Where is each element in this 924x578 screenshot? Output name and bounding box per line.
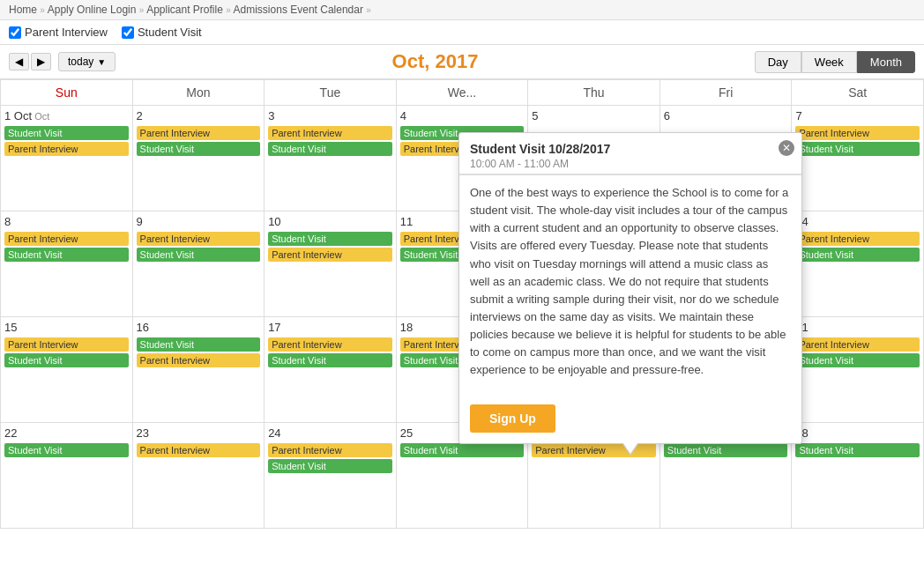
calendar-event-student-visit[interactable]: Student Visit <box>795 353 920 367</box>
filter-parent-interview-checkbox[interactable] <box>9 26 21 39</box>
calendar-cell: 24Parent InterviewStudent Visit <box>265 423 397 529</box>
calendar-event-parent-interview[interactable]: Parent Interview <box>4 232 129 246</box>
calendar-event-student-visit[interactable]: Student Visit <box>4 443 129 457</box>
filter-student-visit-checkbox[interactable] <box>122 26 134 39</box>
calendar-event-parent-interview[interactable]: Parent Interview <box>268 126 392 140</box>
calendar-event-parent-interview[interactable]: Parent Interview <box>137 232 261 246</box>
calendar-event-student-visit[interactable]: Student Visit <box>137 337 261 352</box>
view-buttons: Day Week Month <box>755 51 915 73</box>
day-number: 28 <box>795 426 920 440</box>
col-header-tue: Tue <box>265 80 397 106</box>
col-header-wed: We... <box>396 80 528 106</box>
next-button[interactable]: ▶ <box>31 53 51 70</box>
calendar-event-student-visit[interactable]: Student Visit <box>268 353 392 367</box>
filter-parent-interview-label: Parent Interview <box>25 26 108 39</box>
calendar-event-student-visit[interactable]: Student Visit <box>268 459 392 473</box>
calendar-cell: 23Parent Interview <box>132 423 265 529</box>
popup-close-button[interactable]: ✕ <box>779 140 794 156</box>
calendar-cell: 8Parent InterviewStudent Visit <box>1 211 133 317</box>
calendar-event-parent-interview[interactable]: Parent Interview <box>795 126 920 140</box>
col-header-fri: Fri <box>659 80 792 106</box>
day-number: 1 Oct <box>4 109 129 122</box>
calendar-event-parent-interview[interactable]: Parent Interview <box>4 337 129 352</box>
calendar-event-student-visit[interactable]: Student Visit <box>795 248 920 262</box>
day-number: 21 <box>795 321 920 334</box>
calendar-event-parent-interview[interactable]: Parent Interview <box>137 353 261 367</box>
signup-button[interactable]: Sign Up <box>470 404 555 433</box>
nav-buttons: ◀ ▶ <box>9 53 51 70</box>
calendar-header: ◀ ▶ today ▼ Oct, 2017 Day Week Month <box>0 45 924 79</box>
calendar-event-parent-interview[interactable]: Parent Interview <box>795 232 920 246</box>
calendar-event-parent-interview[interactable]: Parent Interview <box>137 443 261 457</box>
filter-student-visit: Student Visit <box>122 26 202 39</box>
breadcrumb-home[interactable]: Home <box>9 4 37 16</box>
popup-footer: Sign Up <box>459 397 801 443</box>
calendar-event-student-visit[interactable]: Student Visit <box>137 142 261 156</box>
calendar-event-student-visit[interactable]: Student Visit <box>268 232 392 246</box>
day-number: 16 <box>137 321 261 334</box>
popup-time: 10:00 AM - 11:00 AM <box>470 158 775 170</box>
col-header-thu: Thu <box>528 80 660 106</box>
day-number: 7 <box>795 109 920 122</box>
day-number: 24 <box>268 426 392 440</box>
day-number: 14 <box>795 215 920 228</box>
calendar-event-student-visit[interactable]: Student Visit <box>4 126 129 140</box>
day-view-button[interactable]: Day <box>755 51 801 73</box>
calendar-cell: 1 OctStudent VisitParent Interview <box>1 106 133 211</box>
day-number: 4 <box>400 109 525 122</box>
popup-title: Student Visit 10/28/2017 <box>470 142 775 156</box>
col-header-sat: Sat <box>792 80 924 106</box>
week-view-button[interactable]: Week <box>801 51 857 73</box>
calendar-event-parent-interview[interactable]: Parent Interview <box>4 142 129 156</box>
popup-body: One of the best ways to experience the S… <box>459 175 801 397</box>
filter-parent-interview: Parent Interview <box>9 26 108 39</box>
calendar-cell: 22Student Visit <box>1 423 133 529</box>
calendar-event-parent-interview[interactable]: Parent Interview <box>795 337 920 352</box>
breadcrumb-calendar[interactable]: Admissions Event Calendar <box>234 4 363 16</box>
prev-button[interactable]: ◀ <box>9 53 29 70</box>
calendar-event-parent-interview[interactable]: Parent Interview <box>268 443 392 457</box>
event-popup: Student Visit 10/28/2017 10:00 AM - 11:0… <box>458 132 802 444</box>
calendar-cell: 15Parent InterviewStudent Visit <box>1 317 133 423</box>
dropdown-arrow-icon: ▼ <box>97 57 106 67</box>
popup-header: Student Visit 10/28/2017 10:00 AM - 11:0… <box>459 133 801 174</box>
day-number: 17 <box>268 321 392 334</box>
calendar-event-parent-interview[interactable]: Parent Interview <box>268 337 392 352</box>
calendar-event-student-visit[interactable]: Student Visit <box>795 142 920 156</box>
today-button[interactable]: today ▼ <box>58 52 116 71</box>
month-view-button[interactable]: Month <box>857 51 915 73</box>
calendar-cell: 10Student VisitParent Interview <box>265 211 397 317</box>
breadcrumb-profile[interactable]: Applicant Profile <box>146 4 223 16</box>
calendar-event-student-visit[interactable]: Student Visit <box>268 142 392 156</box>
day-number: 3 <box>268 109 392 122</box>
calendar-event-student-visit[interactable]: Student Visit <box>4 248 129 262</box>
day-number: 9 <box>137 215 261 228</box>
calendar-cell: 3Parent InterviewStudent Visit <box>265 106 397 211</box>
calendar-event-student-visit[interactable]: Student Visit <box>795 443 920 457</box>
day-number: 15 <box>4 321 129 334</box>
calendar-event-student-visit[interactable]: Student Visit <box>4 353 129 367</box>
calendar-event-student-visit[interactable]: Student Visit <box>137 248 261 262</box>
calendar-cell: 28Student Visit <box>792 423 924 529</box>
month-title: Oct, 2017 <box>116 50 754 73</box>
filter-bar: Parent Interview Student Visit <box>0 20 924 45</box>
breadcrumb-apply[interactable]: Apply Online Login <box>48 4 137 16</box>
calendar-cell: 21Parent InterviewStudent Visit <box>792 317 924 423</box>
day-number: 8 <box>4 215 129 228</box>
calendar-cell: 7Parent InterviewStudent Visit <box>792 106 924 211</box>
calendar-cell: 9Parent InterviewStudent Visit <box>132 211 265 317</box>
calendar-cell: 16Student VisitParent Interview <box>132 317 265 423</box>
popup-description: One of the best ways to experience the S… <box>470 184 791 380</box>
day-number: 22 <box>4 426 129 440</box>
calendar-event-parent-interview[interactable]: Parent Interview <box>137 126 261 140</box>
day-number: 5 <box>532 109 656 122</box>
calendar-cell: 14Parent InterviewStudent Visit <box>792 211 924 317</box>
day-number: 2 <box>137 109 261 122</box>
calendar-event-parent-interview[interactable]: Parent Interview <box>268 248 392 262</box>
calendar-event-student-visit[interactable]: Student Visit <box>664 443 788 457</box>
col-header-mon: Mon <box>132 80 265 106</box>
calendar-event-student-visit[interactable]: Student Visit <box>400 443 525 457</box>
day-number: 6 <box>664 109 788 122</box>
day-number: 10 <box>268 215 392 228</box>
calendar-cell: 2Parent InterviewStudent Visit <box>132 106 265 211</box>
